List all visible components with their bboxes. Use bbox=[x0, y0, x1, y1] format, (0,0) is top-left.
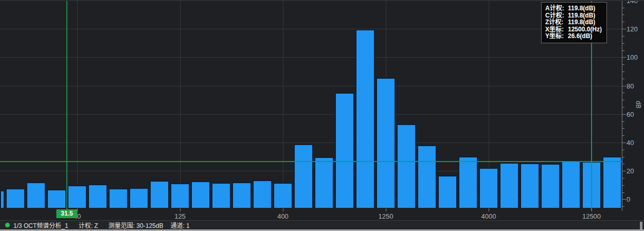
frequency-bar-630hz[interactable] bbox=[314, 157, 333, 208]
frequency-bar-80hz[interactable] bbox=[129, 188, 148, 208]
y-major-tick-120 bbox=[622, 29, 626, 29]
y-minor-tick-110 bbox=[622, 43, 624, 44]
y-minor-tick-105 bbox=[622, 50, 624, 51]
status-bar: 1/3 OCT频谱分析_1 计权: Z 测量范围: 30-125dB 通道: 1 bbox=[0, 220, 644, 229]
y-tick-label-40: 40 bbox=[627, 139, 644, 146]
channel-field: 通道: 1 bbox=[170, 221, 189, 229]
y-minor-tick-115 bbox=[622, 36, 624, 37]
readout-label: A计权: bbox=[545, 5, 568, 12]
readout-row-z-weighting: Z计权: 119.8(dB) bbox=[545, 19, 603, 26]
frequency-bar-12500hz[interactable] bbox=[582, 162, 601, 208]
y-major-tick-0 bbox=[622, 199, 626, 200]
readout-label: Y坐标: bbox=[545, 33, 568, 40]
frequency-bar-125hz[interactable] bbox=[170, 183, 189, 208]
x-tick-125hz bbox=[180, 208, 181, 211]
status-indicator-dot bbox=[5, 223, 10, 227]
frequency-bar-800hz[interactable] bbox=[335, 93, 354, 208]
frequency-bar-8000hz[interactable] bbox=[541, 164, 560, 208]
v-gridline-400hz bbox=[283, 0, 283, 208]
v-gridline-40hz bbox=[77, 0, 78, 208]
frequency-bar-1600hz[interactable] bbox=[397, 124, 416, 208]
y-major-tick-100 bbox=[622, 57, 626, 58]
frequency-bar-2500hz[interactable] bbox=[438, 175, 457, 208]
y-tick-label-20: 20 bbox=[627, 168, 644, 174]
frequency-bar-250hz[interactable] bbox=[232, 182, 251, 208]
frequency-bar-100hz[interactable] bbox=[150, 181, 169, 208]
readout-label: Z计权: bbox=[545, 19, 568, 26]
spectrum-plot[interactable] bbox=[0, 0, 622, 208]
frequency-bar-2000hz[interactable] bbox=[417, 145, 436, 208]
x-tick-label-125hz: 125 bbox=[174, 212, 186, 220]
y-minor-tick-65 bbox=[622, 107, 624, 108]
y-minor-tick-95 bbox=[622, 64, 624, 65]
frequency-bar-20hz[interactable] bbox=[6, 188, 25, 208]
y-minor-tick-5 bbox=[622, 192, 624, 193]
frequency-bar-500hz[interactable] bbox=[294, 144, 313, 208]
marker-frequency-badge[interactable]: 31.5 bbox=[57, 209, 78, 218]
y-major-tick-40 bbox=[622, 143, 626, 143]
spectrum-analyzer-window: 020406080100120140 dB 401254001250400012… bbox=[0, 0, 644, 231]
y-minor-tick-35 bbox=[622, 150, 624, 150]
y-minor-tick-55 bbox=[622, 121, 624, 122]
y-minor-tick-25 bbox=[622, 164, 624, 164]
x-tick-12500hz bbox=[592, 208, 592, 211]
frequency-bar-31.5hz[interactable] bbox=[47, 189, 66, 208]
frequency-bar-400hz[interactable] bbox=[273, 183, 292, 208]
readout-value: 119.8(dB) bbox=[568, 5, 603, 12]
weighting-field: 计权: Z bbox=[79, 221, 98, 229]
y-axis-unit-label: dB bbox=[635, 101, 642, 109]
x-tick-400hz bbox=[283, 208, 283, 211]
x-tick-4000hz bbox=[489, 208, 489, 211]
x-axis: 40125400125040001250031.5 bbox=[0, 208, 644, 220]
y-minor-tick--5 bbox=[622, 206, 624, 207]
y-tick-label-100: 100 bbox=[627, 54, 644, 61]
h-gridline-60db bbox=[0, 114, 622, 115]
x-tick-label-4000hz: 4000 bbox=[481, 212, 496, 220]
x-tick-label-12500hz: 12500 bbox=[582, 212, 601, 220]
frequency-bar-5000hz[interactable] bbox=[499, 163, 518, 208]
frequency-bar-4000hz[interactable] bbox=[479, 168, 498, 208]
frequency-bar-1250hz[interactable] bbox=[376, 78, 395, 208]
y-major-tick-60 bbox=[622, 114, 626, 115]
cursor-readout-panel: A计权: 119.8(dB) C计权: 119.8(dB) Z计权: 119.8… bbox=[541, 2, 607, 43]
y-major-tick-20 bbox=[622, 171, 626, 171]
frequency-bar-63hz[interactable] bbox=[109, 188, 128, 208]
frequency-bar-25hz[interactable] bbox=[26, 182, 45, 208]
frequency-bar-40hz[interactable] bbox=[67, 185, 86, 208]
y-minor-tick-10 bbox=[622, 185, 624, 186]
readout-row-y-coordinate: Y坐标: 26.6(dB) bbox=[545, 33, 603, 40]
frequency-bar-160hz[interactable] bbox=[191, 181, 210, 208]
frequency-bar-3150hz[interactable] bbox=[458, 156, 477, 208]
frequency-bar-6300hz[interactable] bbox=[520, 163, 539, 208]
range-field: 测量范围: 30-125dB bbox=[109, 221, 164, 229]
frequency-bar-315hz[interactable] bbox=[253, 180, 272, 208]
readout-value: 119.8(dB) bbox=[568, 12, 603, 20]
y-minor-tick-130 bbox=[622, 14, 624, 15]
y-minor-tick-75 bbox=[622, 93, 624, 93]
frequency-bar-10000hz[interactable] bbox=[561, 161, 580, 208]
y-minor-tick-45 bbox=[622, 135, 624, 136]
h-gridline-40db bbox=[0, 143, 622, 143]
h-gridline-100db bbox=[0, 57, 622, 58]
frequency-bar-16000hz[interactable] bbox=[602, 156, 621, 208]
h-gridline-80db bbox=[0, 86, 622, 86]
x-tick-label-1250hz: 1250 bbox=[379, 212, 393, 220]
y-tick-label-0: 0 bbox=[627, 196, 644, 203]
x-tick-label-400hz: 400 bbox=[277, 212, 289, 220]
readout-value: 26.6(dB) bbox=[568, 33, 603, 40]
h-gridline-120db bbox=[0, 29, 622, 29]
v-gridline-125hz bbox=[180, 0, 181, 208]
frequency-bar-1000hz[interactable] bbox=[355, 29, 374, 208]
frequency-bar-16hz[interactable] bbox=[0, 190, 5, 208]
y-minor-tick-30 bbox=[622, 157, 624, 157]
frequency-bar-50hz[interactable] bbox=[88, 184, 107, 208]
y-minor-tick-135 bbox=[622, 8, 624, 8]
frequency-bar-200hz[interactable] bbox=[211, 183, 230, 208]
y-major-tick-80 bbox=[622, 86, 626, 86]
scrollbar-corner[interactable] bbox=[640, 222, 642, 229]
y-minor-tick-15 bbox=[622, 178, 624, 179]
y-minor-tick-125 bbox=[622, 22, 624, 22]
x-tick-1250hz bbox=[386, 208, 386, 211]
measurement-name: 1/3 OCT频谱分析_1 bbox=[13, 221, 68, 229]
readout-row-a-weighting: A计权: 119.8(dB) bbox=[545, 5, 603, 12]
